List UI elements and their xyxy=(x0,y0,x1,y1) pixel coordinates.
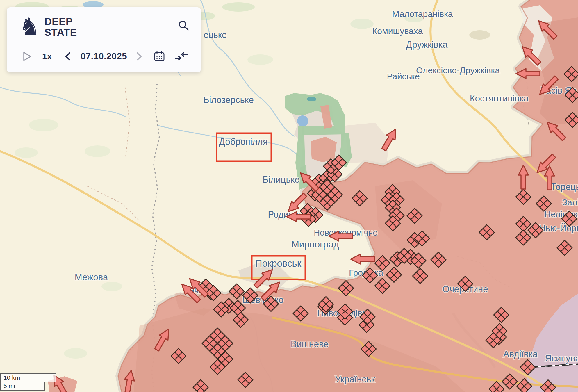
scale-bar-mi: 5 mi xyxy=(0,382,45,391)
map-label: Комишуваха xyxy=(372,26,423,36)
map-label: Нью-Йорк xyxy=(539,223,578,233)
terrain-patch xyxy=(15,147,38,158)
map-label: Дружківка xyxy=(406,40,448,50)
brand-line2: STATE xyxy=(44,27,77,38)
scale-km-label: 10 km xyxy=(3,374,20,381)
compare-arrows-icon xyxy=(175,51,188,61)
map-label: Українськ xyxy=(335,374,375,384)
scale-mi-label: 5 mi xyxy=(3,382,15,389)
map-label: Олексієво-Дружківка xyxy=(416,65,500,75)
map-label: Ясинувата xyxy=(545,353,578,364)
deepstate-map-app: МалотаранівкаКомишувахаДружківкаецькеРай… xyxy=(0,0,578,392)
chevron-left-icon xyxy=(64,52,72,61)
knight-logo-icon: ♞ xyxy=(19,14,40,39)
search-button[interactable] xyxy=(177,19,190,32)
territory-zone xyxy=(311,137,337,162)
map-label: Авдіївка xyxy=(503,349,538,359)
play-icon xyxy=(23,51,32,61)
terrain-patch xyxy=(247,54,273,65)
map-label: Мирноград xyxy=(291,239,339,250)
brand-line1: DEEP xyxy=(44,16,77,27)
map-label: Межова xyxy=(75,272,108,282)
map-label: Костянтинівка xyxy=(470,93,529,104)
map-label: Торецьк xyxy=(551,182,578,192)
control-panel: ♞ DEEP STATE 1x xyxy=(7,7,201,72)
calendar-icon xyxy=(154,51,165,62)
lake xyxy=(307,97,316,101)
map-label: Покровськ xyxy=(255,258,302,269)
brand-logo[interactable]: ♞ DEEP STATE xyxy=(19,14,77,39)
playback-speed-button[interactable]: 1x xyxy=(42,51,52,61)
map-label: Білозерське xyxy=(203,95,254,105)
terrain-patch xyxy=(29,119,58,131)
search-icon xyxy=(177,19,190,32)
date-display: 07.10.2025 xyxy=(81,51,126,62)
terrain-patch xyxy=(64,348,87,359)
terrain-patch xyxy=(350,19,374,29)
scale-bar-km: 10 km xyxy=(0,373,56,382)
map-label: Добропілля xyxy=(219,137,267,147)
map-label: Райське xyxy=(387,72,420,81)
map-label: Вишневе xyxy=(291,339,329,349)
terrain-patch xyxy=(101,282,122,291)
map-label: Залізне xyxy=(562,197,578,207)
timeline-controls: 1x 07.10.2025 xyxy=(7,40,201,72)
terrain-patch xyxy=(85,145,110,157)
calendar-button[interactable] xyxy=(154,51,165,62)
chevron-right-icon xyxy=(135,52,143,61)
territory-zone xyxy=(302,126,345,135)
map-label: ецьке xyxy=(204,30,227,40)
prev-date-button[interactable] xyxy=(64,52,72,61)
compare-dates-button[interactable] xyxy=(175,51,188,61)
play-button[interactable] xyxy=(23,51,32,61)
next-date-button[interactable] xyxy=(135,52,143,61)
terrain-patch xyxy=(222,2,255,12)
map-label: Білицьке xyxy=(263,174,300,185)
lake xyxy=(297,115,308,126)
terrain-patch xyxy=(469,30,490,40)
map-label: Малотаранівка xyxy=(392,9,453,19)
